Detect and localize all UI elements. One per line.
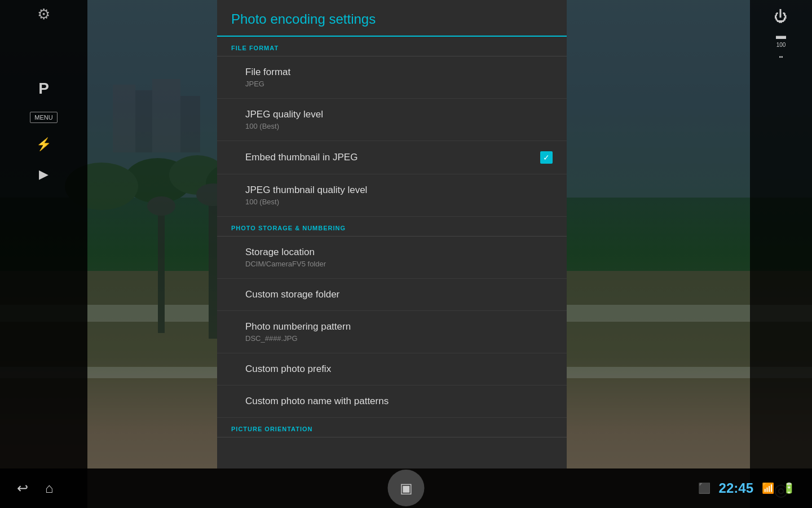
storage-location-text: Storage location DCIM/CameraFV5 folder — [245, 247, 326, 268]
embed-thumbnail-item[interactable]: Embed thumbnail in JPEG ✓ — [217, 141, 567, 174]
custom-name-text: Custom photo name with patterns — [245, 396, 389, 407]
file-format-label: File format — [245, 67, 290, 78]
memory-card-icon: ▪▪ — [779, 54, 783, 60]
menu-button[interactable]: MENU — [30, 112, 57, 123]
numbering-pattern-label: Photo numbering pattern — [245, 321, 351, 332]
embed-thumbnail-label: Embed thumbnail in JPEG — [245, 152, 358, 163]
jpeg-quality-label: JPEG quality level — [245, 109, 323, 120]
status-display: ▬ 100 — [776, 30, 786, 48]
custom-storage-text: Custom storage folder — [245, 289, 339, 300]
time-display: 22:45 — [719, 480, 753, 496]
left-sidebar: ⚙ P MENU ⚡ ▶ — [0, 0, 87, 508]
home-button[interactable]: ⌂ — [45, 480, 54, 496]
battery-value: 100 — [776, 42, 786, 48]
custom-storage-item[interactable]: Custom storage folder — [217, 279, 567, 311]
nav-left-icons: ↩ ⌂ — [17, 480, 54, 496]
jpeg-quality-text: JPEG quality level 100 (Best) — [245, 109, 323, 130]
custom-prefix-label: Custom photo prefix — [245, 364, 331, 375]
power-icon[interactable]: ⏻ — [774, 8, 788, 24]
right-sidebar: ⏻ ▬ 100 ▪▪ ◎ — [750, 0, 812, 508]
battery-icon: ▬ — [776, 30, 786, 42]
gallery-icon[interactable]: ⬛ — [698, 482, 710, 494]
file-format-item[interactable]: File format JPEG — [217, 56, 567, 99]
play-icon[interactable]: ▶ — [39, 167, 48, 182]
embed-thumbnail-checkbox[interactable]: ✓ — [540, 151, 553, 164]
gear-icon[interactable]: ⚙ — [37, 6, 50, 23]
jpeg-thumb-quality-value: 100 (Best) — [245, 198, 367, 206]
section-file-format: FILE FORMAT — [217, 37, 567, 56]
custom-storage-label: Custom storage folder — [245, 289, 339, 300]
file-format-value: JPEG — [245, 80, 290, 88]
settings-content[interactable]: FILE FORMAT File format JPEG JPEG qualit… — [217, 37, 567, 463]
custom-prefix-item[interactable]: Custom photo prefix — [217, 353, 567, 386]
settings-panel: Photo encoding settings FILE FORMAT File… — [217, 0, 567, 468]
section-picture-orientation: PICTURE ORIENTATION — [217, 418, 567, 437]
numbering-pattern-item[interactable]: Photo numbering pattern DSC_####.JPG — [217, 311, 567, 353]
custom-name-item[interactable]: Custom photo name with patterns — [217, 386, 567, 418]
storage-location-value: DCIM/CameraFV5 folder — [245, 260, 326, 268]
jpeg-quality-item[interactable]: JPEG quality level 100 (Best) — [217, 99, 567, 141]
storage-location-item[interactable]: Storage location DCIM/CameraFV5 folder — [217, 237, 567, 279]
jpeg-thumb-quality-text: JPEG thumbnail quality level 100 (Best) — [245, 185, 367, 206]
nav-right-area: ⬛ 22:45 📶 🔋 — [698, 480, 795, 496]
back-button[interactable]: ↩ — [17, 480, 28, 496]
settings-header: Photo encoding settings — [217, 0, 567, 37]
custom-name-label: Custom photo name with patterns — [245, 396, 389, 407]
custom-prefix-text: Custom photo prefix — [245, 364, 331, 375]
embed-thumbnail-text: Embed thumbnail in JPEG — [245, 152, 358, 163]
lightning-icon[interactable]: ⚡ — [36, 137, 51, 152]
numbering-pattern-value: DSC_####.JPG — [245, 334, 351, 343]
bottom-navigation: ↩ ⌂ ▣ ⬛ 22:45 📶 🔋 — [0, 468, 812, 508]
jpeg-thumb-quality-item[interactable]: JPEG thumbnail quality level 100 (Best) — [217, 174, 567, 217]
jpeg-quality-value: 100 (Best) — [245, 122, 323, 130]
top-status-icons: ⏻ ▬ 100 ▪▪ — [774, 8, 788, 60]
wifi-icon: 📶 — [762, 482, 774, 494]
file-format-text: File format JPEG — [245, 67, 290, 88]
recent-icon: ▣ — [400, 480, 413, 496]
settings-title: Photo encoding settings — [231, 11, 553, 27]
section-photo-storage: PHOTO STORAGE & NUMBERING — [217, 217, 567, 237]
jpeg-thumb-quality-label: JPEG thumbnail quality level — [245, 185, 367, 196]
storage-location-label: Storage location — [245, 247, 326, 258]
battery-nav-icon: 🔋 — [783, 482, 795, 494]
p-mode-icon[interactable]: P — [38, 80, 49, 98]
recent-apps-button[interactable]: ▣ — [388, 470, 425, 506]
numbering-pattern-text: Photo numbering pattern DSC_####.JPG — [245, 321, 351, 343]
